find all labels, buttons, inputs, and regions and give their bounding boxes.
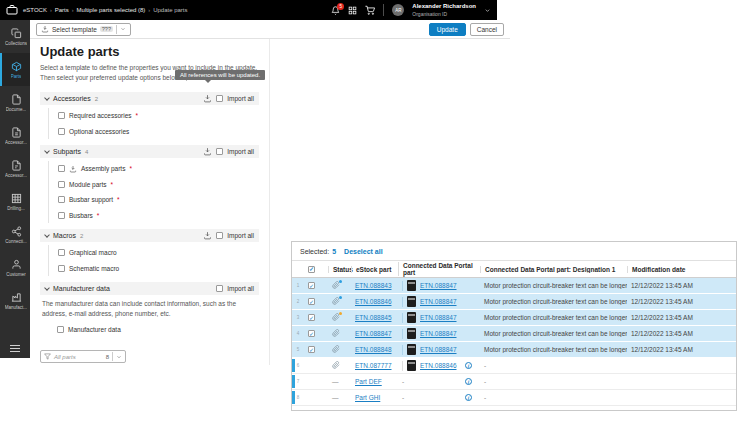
- breadcrumb-multiple-parts[interactable]: Multiple parts selected (8): [77, 7, 146, 13]
- import-all-checkbox[interactable]: [216, 148, 223, 155]
- import-all-checkbox[interactable]: [216, 95, 223, 102]
- row-checkbox[interactable]: [308, 346, 315, 353]
- column-header-estock-part[interactable]: eStock part: [351, 266, 398, 273]
- estock-part-link[interactable]: ETN.088848: [355, 346, 392, 353]
- row-checkbox[interactable]: [308, 282, 315, 289]
- cancel-button[interactable]: Cancel: [470, 23, 504, 36]
- import-icon[interactable]: [203, 94, 212, 103]
- checkbox[interactable]: [58, 212, 65, 219]
- deselect-all-link[interactable]: Deselect all: [344, 248, 383, 255]
- cart-button[interactable]: [365, 5, 375, 15]
- chevron-down-icon[interactable]: [120, 26, 126, 32]
- import-all-checkbox[interactable]: [216, 232, 223, 239]
- chevron-down-icon[interactable]: [484, 7, 491, 14]
- checkbox[interactable]: [58, 249, 65, 256]
- section-header-manufacturer-data[interactable]: Manufacturer data Import all: [40, 282, 259, 295]
- portal-part-link[interactable]: ETN.088846: [420, 362, 457, 369]
- option-graphical-macro: Graphical macro: [58, 245, 259, 261]
- parts-table: Selected: 5 Deselect all Status eStock p…: [291, 241, 737, 411]
- section-header-accessories[interactable]: Accessories 2 Import all: [40, 92, 259, 105]
- row-checkbox[interactable]: [308, 330, 315, 337]
- select-all-checkbox[interactable]: [308, 266, 315, 273]
- parts-filter-dropdown[interactable]: All parts 8: [40, 350, 126, 363]
- column-header-designation[interactable]: Connected Data Portal part: Designation …: [480, 266, 627, 273]
- table-row[interactable]: 7 — Part DEF - -: [292, 374, 736, 390]
- table-row[interactable]: 8 — Part GHI - -: [292, 390, 736, 406]
- sidebar-item-customer[interactable]: Customer: [0, 251, 30, 284]
- avatar[interactable]: AR: [392, 4, 404, 16]
- parts-icon: [11, 61, 22, 72]
- menu-toggle-button[interactable]: [10, 345, 20, 352]
- cart-icon: [365, 5, 375, 15]
- info-icon[interactable]: [465, 394, 472, 401]
- accessory-file-icon: [11, 127, 22, 138]
- estock-part-link[interactable]: ETN.087777: [355, 362, 392, 369]
- update-button[interactable]: Update: [429, 23, 466, 36]
- app-launcher-button[interactable]: [348, 6, 357, 15]
- template-badge: ???: [100, 26, 113, 32]
- table-header-row: Status eStock part Connected Data Portal…: [292, 261, 736, 278]
- table-row[interactable]: 3 ETN.088845 ETN.088847 Motor protection…: [292, 310, 736, 326]
- selected-label: Selected:: [300, 248, 329, 255]
- sidebar-item-drilling[interactable]: Drilling...: [0, 185, 30, 218]
- checkbox[interactable]: [58, 165, 65, 172]
- sidebar-item-accessories-2[interactable]: Accessor...: [0, 152, 30, 185]
- import-all-checkbox[interactable]: [216, 285, 223, 292]
- notifications-button[interactable]: 5: [331, 6, 340, 15]
- portal-part-link[interactable]: ETN.088847: [420, 330, 457, 337]
- section-accessories: Accessories 2 Import all Required access…: [40, 92, 259, 139]
- sidebar-item-collections[interactable]: Collections: [0, 20, 30, 53]
- table-row[interactable]: 4 ETN.088847 ETN.088847 Motor protection…: [292, 326, 736, 342]
- checkbox[interactable]: [57, 326, 64, 333]
- row-checkbox[interactable]: [308, 314, 315, 321]
- section-header-subparts[interactable]: Subparts 4 Import all: [40, 145, 259, 158]
- collections-icon: [11, 28, 22, 39]
- column-header-status[interactable]: Status: [328, 266, 351, 273]
- product-thumbnail: [407, 328, 416, 339]
- portal-part-link[interactable]: ETN.088847: [420, 314, 457, 321]
- column-header-portal-part[interactable]: Connected Data Portal part: [398, 262, 480, 276]
- product-thumbnail: [407, 360, 416, 371]
- estock-part-link[interactable]: Part GHI: [355, 394, 380, 401]
- import-icon: [41, 25, 49, 33]
- checkbox[interactable]: [58, 128, 65, 135]
- portal-part-link[interactable]: ETN.088847: [420, 298, 457, 305]
- checkbox[interactable]: [58, 265, 65, 272]
- import-icon: [69, 165, 77, 173]
- import-icon[interactable]: [203, 231, 212, 240]
- estock-part-link[interactable]: Part DEF: [355, 378, 382, 385]
- portal-part-link[interactable]: ETN.088847: [420, 282, 457, 289]
- sidebar-item-documents[interactable]: Docume...: [0, 86, 30, 119]
- column-header-modification-date[interactable]: Modification date: [627, 266, 736, 273]
- table-row[interactable]: 5 ETN.088848 ETN.088847 Motor protection…: [292, 342, 736, 358]
- table-row[interactable]: 6 ETN.087777 ETN.088846 -: [292, 358, 736, 374]
- section-description: The manufacturer data can include contac…: [42, 299, 260, 319]
- checkbox[interactable]: [58, 112, 65, 119]
- table-row[interactable]: 2 ETN.088846 ETN.088847 Motor protection…: [292, 294, 736, 310]
- info-icon[interactable]: [465, 362, 472, 369]
- breadcrumb-parts[interactable]: Parts: [55, 7, 69, 13]
- info-icon[interactable]: [465, 378, 472, 385]
- sidebar-item-manufacturer[interactable]: Manufact...: [0, 284, 30, 317]
- import-icon[interactable]: [203, 147, 212, 156]
- checkbox[interactable]: [58, 196, 65, 203]
- section-header-macros[interactable]: Macros 2 Import all: [40, 229, 259, 242]
- estock-part-link[interactable]: ETN.088845: [355, 314, 392, 321]
- breadcrumb-estock[interactable]: eSTOCK: [23, 7, 47, 13]
- status-empty-dash: —: [328, 378, 351, 385]
- portal-part-link[interactable]: ETN.088847: [420, 346, 457, 353]
- checkbox[interactable]: [58, 181, 65, 188]
- user-menu[interactable]: Alexander Richardson Organisation ID: [412, 3, 476, 16]
- estock-part-link[interactable]: ETN.088847: [355, 330, 392, 337]
- estock-part-link[interactable]: ETN.088843: [355, 282, 392, 289]
- option-schematic-macro: Schematic macro: [58, 261, 259, 277]
- row-checkbox[interactable]: [308, 298, 315, 305]
- sidebar-item-connections[interactable]: Connecti...: [0, 218, 30, 251]
- table-row[interactable]: 1 ETN.088843 ETN.088847 Motor protection…: [292, 278, 736, 294]
- sidebar-item-accessories-1[interactable]: Accessor...: [0, 119, 30, 152]
- sidebar-item-parts[interactable]: Parts: [0, 53, 30, 86]
- select-template-dropdown[interactable]: Select template ???: [36, 23, 131, 36]
- estock-part-link[interactable]: ETN.088846: [355, 298, 392, 305]
- chevron-down-icon[interactable]: [116, 354, 122, 360]
- user-name: Alexander Richardson: [412, 3, 476, 10]
